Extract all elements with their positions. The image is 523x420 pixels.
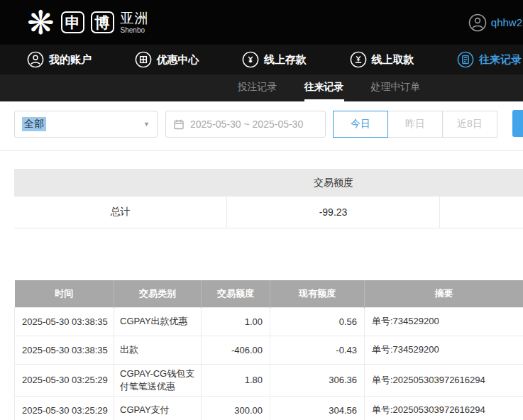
- cell-balance: 304.56: [270, 396, 365, 420]
- summary-total-amount: -99.23: [227, 197, 440, 228]
- summary-header-amount: 交易额度: [227, 177, 440, 189]
- brand-region-block: 亚洲 Shenbo: [121, 11, 149, 34]
- table-row: 2025-05-30 03:25:29 CGPAY支付 300.00 304.5…: [15, 396, 523, 420]
- category-select-value: 全部: [22, 117, 46, 131]
- cell-type: 出款: [114, 336, 202, 364]
- cell-amount: 1.00: [202, 307, 270, 336]
- chevron-down-icon: ▼: [143, 121, 150, 128]
- cell-type: CGPAY-CG钱包支付笔笔送优惠: [114, 364, 202, 396]
- cell-type: CGPAY支付: [114, 396, 202, 420]
- cell-time: 2025-05-30 03:25:29: [15, 396, 114, 420]
- tab-transaction-records[interactable]: 往来记录: [304, 74, 344, 101]
- filter-bar: 全部 ▼ 2025-05-30 ~ 2025-05-30 今日 昨日 近8日: [0, 101, 523, 138]
- nav-item-promotions[interactable]: 优惠中心: [135, 51, 199, 68]
- cell-amount: 300.00: [202, 396, 270, 420]
- tab-pending-orders[interactable]: 处理中订单: [371, 74, 421, 101]
- cell-balance: 0.56: [270, 307, 365, 336]
- query-button[interactable]: [512, 110, 523, 137]
- date-range-input[interactable]: 2025-05-30 ~ 2025-05-30: [165, 111, 326, 138]
- summary-table: 交易额度 总计 -99.23: [14, 169, 523, 228]
- col-header-amount: 交易额度: [202, 280, 270, 307]
- nav-label: 线上取款: [372, 53, 414, 67]
- tab-betting-records[interactable]: 投注记录: [238, 74, 277, 101]
- nav-label: 我的账户: [49, 53, 92, 67]
- user-icon: [27, 51, 44, 68]
- brand-char-box: 申: [61, 11, 84, 33]
- main-nav: 我的账户 优惠中心 线上存款 线上取款 往来记录: [0, 45, 523, 74]
- summary-total-row: 总计 -99.23: [14, 197, 523, 228]
- table-row: 2025-05-30 03:38:35 出款 -406.00 -0.43 单号:…: [15, 336, 523, 364]
- nav-item-withdraw[interactable]: 线上取款: [350, 51, 414, 68]
- nav-item-deposit[interactable]: 线上存款: [242, 51, 307, 68]
- cell-balance: 306.36: [270, 364, 365, 396]
- nav-item-records[interactable]: 往来记录: [457, 51, 522, 68]
- table-header-row: 时间 交易类别 交易额度 现有额度 摘要: [15, 280, 523, 307]
- summary-empty-cell: [440, 197, 523, 228]
- records-icon: [457, 51, 474, 68]
- col-header-type: 交易类别: [114, 280, 202, 307]
- user-avatar-icon: [468, 13, 487, 32]
- cell-summary: 单号:202505303972616294: [365, 396, 523, 420]
- nav-label: 往来记录: [479, 53, 522, 67]
- brand-region-text: 亚洲: [121, 11, 149, 26]
- username: qhhw2: [491, 16, 522, 28]
- cell-summary: 单号:734529200: [365, 307, 523, 336]
- record-tabs: 投注记录 往来记录 处理中订单: [0, 74, 523, 101]
- app-window: ❋ 申 博 亚洲 Shenbo qhhw2 我的账户: [0, 0, 523, 420]
- summary-total-label: 总计: [14, 197, 227, 228]
- yesterday-button[interactable]: 昨日: [387, 111, 443, 138]
- promo-icon: [135, 51, 152, 68]
- summary-header-row: 交易额度: [14, 169, 523, 197]
- brand-char-box: 博: [91, 11, 114, 33]
- quick-date-buttons: 今日 昨日 近8日: [333, 111, 497, 138]
- nav-label: 线上存款: [264, 53, 307, 67]
- cell-summary: 单号:734529200: [365, 336, 523, 364]
- col-header-balance: 现有额度: [270, 280, 365, 307]
- deposit-icon: [242, 51, 259, 68]
- nav-label: 优惠中心: [157, 53, 199, 67]
- nav-item-my-account[interactable]: 我的账户: [27, 51, 92, 68]
- cell-time: 2025-05-30 03:38:35: [15, 336, 114, 364]
- category-select[interactable]: 全部 ▼: [14, 111, 158, 138]
- user-account[interactable]: qhhw2: [468, 13, 523, 32]
- table-row: 2025-05-30 03:38:35 CGPAY出款优惠 1.00 0.56 …: [15, 307, 523, 336]
- transactions-table: 时间 交易类别 交易额度 现有额度 摘要 2025-05-30 03:38:35…: [14, 280, 523, 420]
- col-header-summary: 摘要: [365, 280, 523, 307]
- cell-amount: 1.80: [202, 364, 270, 396]
- cell-balance: -0.43: [270, 336, 365, 364]
- today-button[interactable]: 今日: [333, 111, 388, 138]
- cell-time: 2025-05-30 03:38:35: [15, 307, 114, 336]
- calendar-icon: [173, 118, 185, 130]
- pinwheel-logo-icon: ❋: [27, 3, 55, 43]
- divider: [0, 150, 523, 151]
- withdraw-icon: [350, 51, 367, 68]
- cell-time: 2025-05-30 03:25:29: [15, 364, 114, 396]
- brand-subtitle: Shenbo: [121, 26, 149, 35]
- cell-summary: 单号:202505303972616294: [365, 364, 523, 396]
- col-header-time: 时间: [15, 280, 114, 307]
- cell-type: CGPAY出款优惠: [114, 307, 202, 336]
- table-row: 2025-05-30 03:25:29 CGPAY-CG钱包支付笔笔送优惠 1.…: [15, 364, 523, 396]
- last-8-days-button[interactable]: 近8日: [442, 111, 497, 138]
- brand-logo: ❋ 申 博 亚洲 Shenbo: [27, 3, 149, 43]
- date-range-value: 2025-05-30 ~ 2025-05-30: [190, 118, 303, 130]
- cell-amount: -406.00: [202, 336, 270, 364]
- top-header: ❋ 申 博 亚洲 Shenbo qhhw2: [0, 0, 523, 45]
